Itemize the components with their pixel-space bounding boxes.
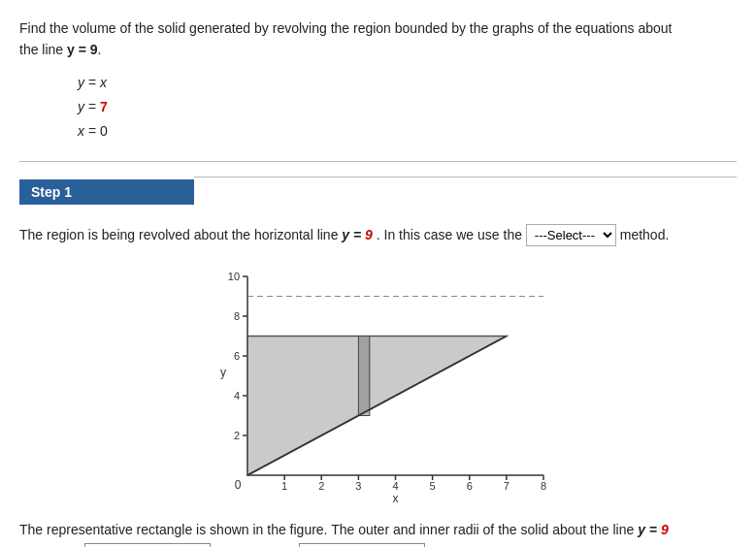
step1-description: The region is being revolved about the h… (19, 224, 737, 247)
eq-1: y = x (78, 71, 737, 95)
graph-canvas (194, 257, 563, 509)
bottom-description: The representative rectangle is shown in… (19, 519, 737, 547)
step1-section: The region is being revolved about the h… (19, 224, 737, 547)
bottom-text-1: The representative rectangle is shown in… (19, 522, 634, 537)
step1-desc-before: The region is being revolved about the h… (19, 227, 338, 242)
rx-input[interactable] (299, 543, 425, 547)
intro-text: Find the volume of the solid generated b… (19, 20, 672, 36)
method-select[interactable]: ---Select--- Washer Shell (526, 224, 616, 246)
step1-desc-after: . In this case we use the (377, 227, 522, 242)
graph-area (19, 257, 737, 509)
eq-3: x = 0 (78, 119, 737, 144)
equations-block: y = x y = 7 x = 0 (78, 71, 737, 145)
step1-y-eq: y = 9 (342, 227, 373, 242)
Rx-input[interactable] (84, 543, 211, 547)
step1-desc-end: method. (620, 227, 670, 242)
axis-line-text: the line y = 9. (19, 42, 101, 57)
eq-2: y = 7 (78, 95, 737, 119)
step1-header: Step 1 (19, 179, 194, 205)
problem-intro: Find the volume of the solid generated b… (19, 17, 737, 61)
